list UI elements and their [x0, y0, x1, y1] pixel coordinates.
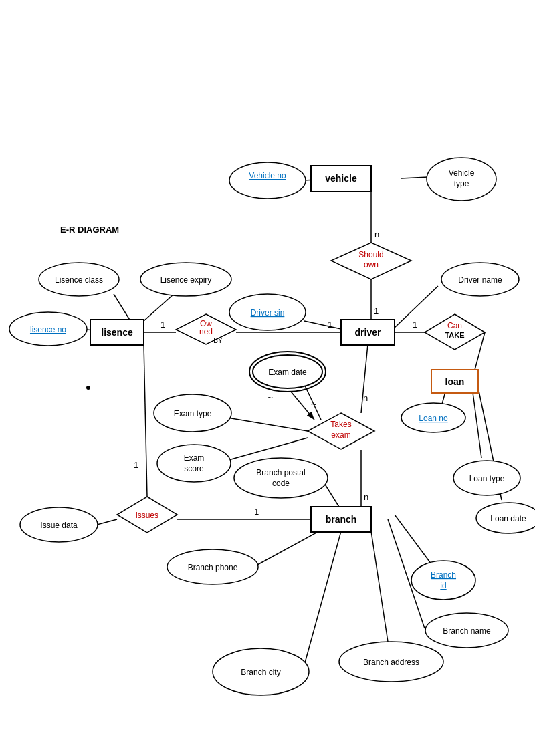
attr-lisence-no-label: lisence no — [30, 325, 66, 334]
diagram-title: E-R DIAGRAM — [60, 225, 119, 235]
card-vehicle-should-own: n — [374, 229, 379, 239]
attr-branch-id-label2: id — [440, 581, 446, 590]
rel-should-own-label: Should — [358, 250, 383, 259]
attr-driver-name-label: Driver name — [458, 275, 502, 285]
rel-can-take-label2: TAKE — [445, 331, 464, 339]
attr-loan-date-label: Loan date — [490, 514, 526, 523]
svg-line-13 — [144, 344, 147, 497]
svg-line-27 — [371, 531, 388, 642]
attr-branch-postal-label2: code — [272, 479, 290, 488]
entity-branch-label: branch — [326, 514, 357, 525]
svg-line-4 — [304, 321, 341, 329]
card-takes-exam-branch: n — [364, 492, 368, 502]
attr-lisence-class-label: Lisence class — [55, 275, 103, 285]
attr-branch-city-label: Branch city — [241, 668, 280, 677]
attr-exam-type-label: Exam type — [174, 409, 212, 418]
card-driver-can-take: 1 — [413, 320, 417, 330]
attr-issue-data-label: Issue data — [40, 521, 78, 530]
entity-vehicle-label: vehicle — [325, 173, 357, 184]
attr-branch-phone-label: Branch phone — [188, 563, 238, 572]
attr-branch-address-label: Branch address — [363, 658, 419, 667]
svg-line-19 — [224, 438, 308, 461]
rel-owned-by-label2: ned — [199, 327, 213, 336]
entity-driver-label: driver — [355, 327, 381, 338]
attr-exam-score-label2: score — [184, 464, 204, 473]
rel-should-own-label2: own — [364, 260, 379, 269]
er-diagram-container: E-R DIAGRAM n 1 1 1 1 — [0, 0, 535, 756]
attr-loan-type-label: Loan type — [469, 474, 505, 483]
attr-vehicle-no — [229, 162, 306, 199]
rel-takes-exam-label2: exam — [331, 430, 350, 440]
tilde1: ~ — [268, 392, 273, 403]
svg-line-18 — [227, 418, 308, 431]
entity-lisence-label: lisence — [101, 327, 133, 338]
tilde2: ~ — [311, 399, 316, 410]
attr-lisence-expiry-label: Lisence expiry — [160, 275, 212, 285]
rel-can-take-label: Can — [447, 321, 462, 330]
card-should-own-driver: 1 — [374, 306, 379, 316]
svg-line-12 — [144, 294, 174, 321]
entity-loan-label: loan — [445, 376, 465, 387]
attr-exam-score-label: Exam — [184, 453, 205, 463]
rel-takes-exam-label: Takes — [330, 420, 351, 429]
attr-vehicle-type-label2: type — [454, 179, 469, 188]
attr-driver-sin-label: Driver sin — [251, 308, 285, 318]
card-owned-by-lisence: 1 — [160, 320, 165, 330]
attr-branch-id — [411, 561, 475, 600]
rel-owned-by-by: BY — [213, 337, 223, 344]
svg-line-29 — [395, 515, 433, 567]
card-lisence-issues: 1 — [134, 460, 138, 470]
attr-branch-postal — [234, 458, 328, 498]
card-driver-takes-exam: n — [363, 393, 368, 403]
attr-exam-score — [157, 445, 231, 482]
attr-branch-postal-label: Branch postal — [256, 468, 305, 477]
attr-vehicle-no-label: Vehicle no — [249, 171, 286, 180]
svg-line-11 — [114, 294, 130, 321]
attr-vehicle-type-label: Vehicle — [449, 168, 475, 178]
attr-branch-name-label: Branch name — [443, 626, 491, 636]
svg-line-15 — [97, 519, 117, 525]
card-issues-branch: 1 — [254, 507, 259, 517]
attr-branch-id-label: Branch — [431, 570, 456, 580]
attr-loan-no-label: Loan no — [419, 414, 448, 423]
svg-line-26 — [304, 531, 341, 665]
card-driver-owned-by: 1 — [328, 320, 332, 330]
dot-lisence — [86, 386, 90, 390]
svg-line-1 — [401, 177, 428, 178]
rel-issues-label: issues — [136, 511, 158, 520]
attr-exam-date-label: Exam date — [268, 368, 307, 377]
